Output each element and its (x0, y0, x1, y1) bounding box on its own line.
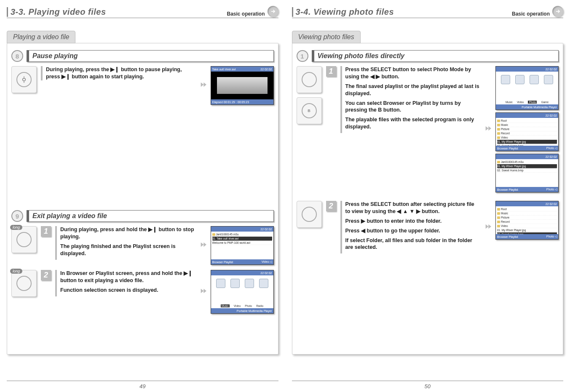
page-left: 3-3. Playing video files Basic operation… (0, 0, 285, 392)
page-number: 50 (285, 383, 570, 389)
device-icon-b: B (297, 97, 322, 124)
view-step1-row: B 1 Press the SELECT button to select Ph… (297, 66, 559, 192)
exit-step1-desc: During playing, press and hold the ▶❙ bu… (55, 226, 195, 260)
section-tab: Playing a video file (7, 31, 75, 43)
panel-left: 8 Pause playing During playing, press th… (7, 43, 278, 355)
page-number: 49 (0, 383, 285, 389)
subsection-exit: 9 Exit playing a video file (11, 210, 274, 222)
subsection-pause: 8 Pause playing (11, 50, 274, 62)
step-number-icon: 8 (11, 50, 23, 62)
elapsed-label: Elapsed 00:01:29 : 00:05:23 (212, 101, 249, 104)
pause-row: During playing, press the ▶❙ button to p… (11, 66, 274, 105)
page-right: 3-4. Viewing photo files Basic operation… (285, 0, 570, 392)
header-section: Basic operation (512, 11, 550, 17)
view-step2-row: 2 Press the SELECT button after selectin… (297, 201, 559, 253)
video-paused-screen: Take out! iriver.avi22 02:02 Elapsed 00:… (211, 66, 274, 105)
mode-select-screen: 22 02:02 Music Video Photo Game Portable… (495, 66, 559, 110)
topbar-title: Take out! iriver.avi (212, 68, 236, 71)
view-step2-desc: Press the SELECT button after selecting … (340, 201, 481, 253)
next-page-icon (268, 6, 278, 17)
subsection-title: Viewing photo files directly (312, 50, 559, 62)
function-menu-screen: 22 02:02 Music Video Photo Radio Portabl… (211, 270, 274, 314)
device-icon (297, 201, 322, 228)
step-number-icon: 1 (297, 50, 308, 62)
video-frame (217, 77, 268, 94)
step-num: 2 (41, 270, 51, 280)
browser-screen: 22 02:02 Root Music Picture Record Video… (495, 112, 559, 151)
exit-step1-row: long 1 During playing, press and hold th… (11, 226, 274, 265)
browser-selected-screen: 22 02:02 Root Music Picture Record Video… (495, 201, 559, 240)
step-number-icon: 9 (11, 210, 23, 222)
header-title: 3-3. Playing video files (7, 7, 227, 17)
header-title: 3-4. Viewing photo files (292, 7, 512, 17)
panel-right: 1 Viewing photo files directly B 1 Press… (292, 43, 564, 355)
arrow-icon (484, 124, 491, 135)
step-num: 1 (326, 66, 336, 77)
page-header-right: 3-4. Viewing photo files Basic operation (292, 6, 564, 18)
subsection-title: Pause playing (27, 50, 274, 62)
device-icon (11, 66, 37, 93)
view-step1-desc: Press the SELECT button to select Photo … (340, 66, 481, 133)
step-num: 1 (41, 226, 51, 237)
arrow-icon (200, 286, 206, 297)
pause-desc: During playing, press the ▶❙ button to p… (41, 66, 195, 80)
page-header-left: 3-3. Playing video files Basic operation (7, 6, 278, 18)
device-icon-long: long (11, 226, 37, 253)
arrow-icon (200, 240, 206, 251)
header-section: Basic operation (227, 11, 265, 17)
playlist-screen: 22 02:02 Jan01000145.m3u 01. Take out! i… (211, 226, 274, 265)
footer-rule (292, 381, 564, 381)
step-num: 2 (326, 201, 336, 211)
svg-point-0 (23, 78, 26, 81)
next-page-icon (552, 6, 563, 17)
subsection-view: 1 Viewing photo files directly (297, 50, 559, 62)
device-icon-long: long (11, 270, 37, 297)
view-step1-screens: 22 02:02 Music Video Photo Game Portable… (495, 66, 559, 192)
section-tab: Viewing photo files (292, 31, 361, 43)
device-icon (297, 66, 322, 93)
footer-rule (7, 381, 278, 381)
arrow-icon (484, 222, 491, 233)
arrow-icon (200, 80, 206, 91)
playlist-screen: 22 02:02 Jan01000145.m3u 01. My iRiver P… (495, 154, 559, 192)
subsection-title: Exit playing a video file (27, 210, 274, 222)
exit-step2-desc: In Browser or Playlist screen, press and… (55, 270, 195, 296)
playlist-list: Jan01000145.m3u 01. Take out! iriver.avi… (211, 232, 273, 259)
exit-step2-row: long 2 In Browser or Playlist screen, pr… (11, 270, 274, 314)
